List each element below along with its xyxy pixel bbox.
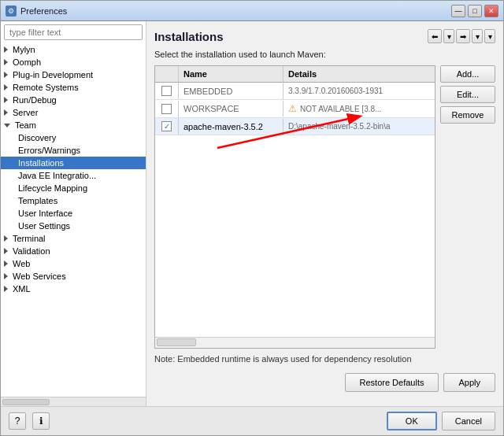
sidebar-item-mylyn[interactable]: Mylyn bbox=[1, 43, 146, 56]
row-check-apache[interactable]: ✓ bbox=[155, 118, 179, 135]
checkbox-workspace[interactable] bbox=[161, 104, 172, 114]
edit-button[interactable]: Edit... bbox=[440, 86, 495, 103]
col-header-check bbox=[155, 66, 179, 82]
sidebar-label-xml: XML bbox=[13, 284, 31, 294]
window-title: Preferences bbox=[20, 6, 67, 16]
row-details-embedded: 3.3.9/1.7.0.20160603-1931 bbox=[284, 83, 435, 98]
row-details-workspace-text: NOT AVAILABLE [3.8... bbox=[300, 105, 381, 113]
buttons-right: Add... Edit... Remove bbox=[440, 65, 495, 349]
row-check-workspace[interactable] bbox=[155, 101, 179, 117]
sidebar-item-terminal[interactable]: Terminal bbox=[1, 232, 146, 245]
back-button[interactable]: ⬅ bbox=[428, 29, 442, 43]
dialog-footer: ? ℹ OK Cancel bbox=[1, 406, 503, 435]
filter-input[interactable] bbox=[4, 24, 143, 40]
minimize-button[interactable]: — bbox=[451, 5, 465, 17]
sidebar-item-errors-warnings[interactable]: Errors/Warnings bbox=[1, 144, 146, 157]
close-button[interactable]: ✕ bbox=[484, 5, 498, 17]
expand-icon bbox=[4, 59, 8, 65]
sidebar-item-remote-systems[interactable]: Remote Systems bbox=[1, 81, 146, 94]
ok-button[interactable]: OK bbox=[387, 412, 437, 430]
sidebar-item-server[interactable]: Server bbox=[1, 106, 146, 119]
sidebar-label-oomph: Oomph bbox=[13, 57, 41, 67]
sidebar-item-user-settings[interactable]: User Settings bbox=[1, 220, 146, 232]
forward-button[interactable]: ➡ bbox=[456, 29, 470, 43]
sidebar-label-run-debug: Run/Debug bbox=[13, 95, 57, 105]
sidebar-label-terminal: Terminal bbox=[13, 234, 46, 243]
sidebar-item-validation[interactable]: Validation bbox=[1, 245, 146, 257]
sidebar-label-server: Server bbox=[13, 108, 38, 117]
menu-button[interactable]: ▾ bbox=[484, 29, 495, 43]
sidebar-label-user-interface: User Interface bbox=[18, 209, 72, 218]
expand-icon bbox=[4, 235, 8, 242]
sidebar-label-remote-systems: Remote Systems bbox=[13, 83, 79, 92]
sidebar-item-web-services[interactable]: Web Services bbox=[1, 270, 146, 283]
table-row[interactable]: EMBEDDED 3.3.9/1.7.0.20160603-1931 bbox=[155, 83, 435, 100]
sidebar-label-web: Web bbox=[13, 259, 30, 268]
sidebar-item-oomph[interactable]: Oomph bbox=[1, 56, 146, 68]
restore-defaults-button[interactable]: Restore Defaults bbox=[345, 373, 439, 392]
expand-icon bbox=[4, 46, 8, 53]
expand-icon bbox=[4, 273, 8, 279]
panel-title: Installations bbox=[154, 30, 224, 43]
sidebar-item-java-ee[interactable]: Java EE Integratio... bbox=[1, 169, 146, 182]
maximize-button[interactable]: □ bbox=[468, 5, 482, 17]
expand-icon bbox=[4, 84, 8, 91]
sidebar-label-web-services: Web Services bbox=[13, 272, 66, 281]
remove-button[interactable]: Remove bbox=[440, 106, 495, 124]
sidebar-item-templates[interactable]: Templates bbox=[1, 194, 146, 207]
sidebar-item-web[interactable]: Web bbox=[1, 257, 146, 270]
sidebar-label-validation: Validation bbox=[13, 246, 50, 256]
table-area-wrapper: Name Details EMBEDDED 3.3.9/1.7. bbox=[154, 65, 495, 353]
window-controls: — □ ✕ bbox=[451, 5, 498, 17]
sidebar-label-mylyn: Mylyn bbox=[13, 45, 35, 54]
sidebar-item-discovery[interactable]: Discovery bbox=[1, 131, 146, 144]
expand-icon-open bbox=[4, 124, 10, 127]
expand-icon bbox=[4, 260, 8, 267]
sidebar-item-run-debug[interactable]: Run/Debug bbox=[1, 94, 146, 106]
sidebar-label-team: Team bbox=[15, 120, 36, 130]
bottom-buttons: Restore Defaults Apply bbox=[154, 373, 495, 392]
back-dropdown-button[interactable]: ▾ bbox=[443, 29, 454, 43]
cancel-button[interactable]: Cancel bbox=[442, 412, 495, 430]
footer-right: OK Cancel bbox=[387, 412, 495, 430]
checkbox-embedded[interactable] bbox=[161, 86, 172, 96]
row-name-embedded: EMBEDDED bbox=[179, 83, 284, 99]
row-details-apache: D:\apache-maven-3.5.2-bin\a bbox=[284, 119, 435, 134]
main-panel: Installations ⬅ ▾ ➡ ▾ ▾ Select the insta… bbox=[146, 21, 503, 406]
sidebar-item-installations[interactable]: Installations bbox=[1, 157, 146, 169]
sidebar-scrollbar-h[interactable] bbox=[1, 397, 146, 406]
sidebar-item-lifecycle[interactable]: Lifecycle Mapping bbox=[1, 182, 146, 194]
scrollbar-track[interactable] bbox=[2, 399, 50, 405]
row-check-embedded[interactable] bbox=[155, 83, 179, 99]
sidebar-item-xml[interactable]: XML bbox=[1, 283, 146, 295]
help-button[interactable]: ? bbox=[9, 412, 26, 430]
info-button[interactable]: ℹ bbox=[32, 412, 50, 430]
col-header-name: Name bbox=[179, 66, 284, 82]
expand-icon bbox=[4, 286, 8, 292]
apply-button[interactable]: Apply bbox=[443, 373, 495, 392]
row-name-workspace: WORKSPACE bbox=[179, 101, 284, 116]
table-row[interactable]: WORKSPACE ⚠ NOT AVAILABLE [3.8... bbox=[155, 100, 435, 118]
add-button[interactable]: Add... bbox=[440, 65, 495, 83]
note-text: Note: Embedded runtime is always used fo… bbox=[154, 353, 495, 365]
sidebar-item-user-interface[interactable]: User Interface bbox=[1, 207, 146, 220]
checkbox-apache[interactable]: ✓ bbox=[161, 121, 172, 131]
sidebar-label-java-ee: Java EE Integratio... bbox=[18, 171, 96, 180]
sidebar: Mylyn Oomph Plug-in Development Remote S… bbox=[1, 21, 146, 406]
title-bar: ⚙ Preferences — □ ✕ bbox=[1, 1, 503, 21]
table-body: EMBEDDED 3.3.9/1.7.0.20160603-1931 WORKS… bbox=[155, 83, 435, 337]
sidebar-label-discovery: Discovery bbox=[18, 133, 56, 142]
table-hscroll[interactable] bbox=[155, 337, 435, 348]
hscroll-track[interactable] bbox=[157, 338, 196, 346]
sidebar-item-team[interactable]: Team bbox=[1, 119, 146, 131]
table-scroll-area: Name Details EMBEDDED 3.3.9/1.7. bbox=[154, 65, 435, 349]
panel-header: Installations ⬅ ▾ ➡ ▾ ▾ bbox=[154, 29, 495, 43]
forward-dropdown-button[interactable]: ▾ bbox=[472, 29, 483, 43]
footer-left: ? ℹ bbox=[9, 412, 50, 430]
expand-icon bbox=[4, 248, 8, 254]
table-row[interactable]: ✓ apache-maven-3.5.2 D:\apache-maven-3.5… bbox=[155, 118, 435, 135]
subtitle: Select the installation used to launch M… bbox=[154, 50, 495, 59]
sidebar-label-user-settings: User Settings bbox=[18, 221, 70, 231]
sidebar-item-plugin-dev[interactable]: Plug-in Development bbox=[1, 68, 146, 81]
sidebar-label-errors-warnings: Errors/Warnings bbox=[18, 146, 80, 155]
